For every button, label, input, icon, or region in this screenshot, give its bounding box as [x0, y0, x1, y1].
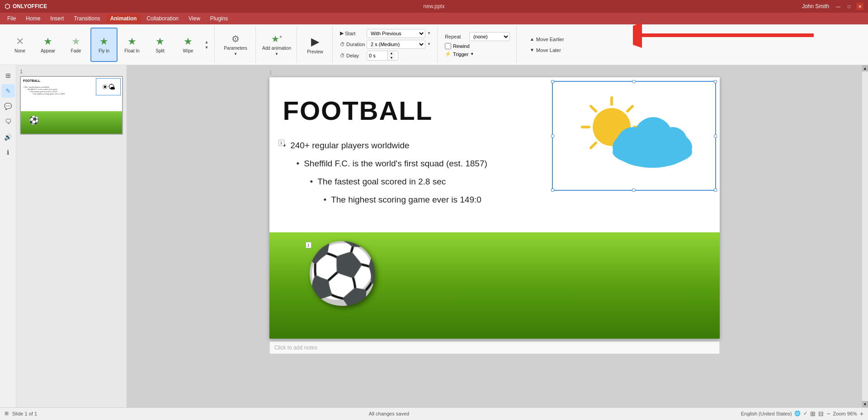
bullet-text-3: The fastest goal scored in 2.8 sec — [317, 177, 446, 187]
menu-home[interactable]: Home — [21, 14, 45, 23]
rewind-row: Rewind — [445, 43, 510, 49]
spin-down-button[interactable]: ▼ — [388, 56, 395, 60]
delay-input[interactable] — [367, 52, 387, 59]
menu-transitions[interactable]: Transitions — [69, 14, 104, 23]
sel-handle-mr[interactable] — [714, 134, 717, 137]
maximize-button[interactable]: □ — [845, 3, 853, 10]
sidebar-chat-icon[interactable]: 💬 — [1, 99, 15, 113]
view-normal-icon[interactable]: ⊞ — [810, 410, 816, 417]
slide-bullets: • 240+ regular players worldwide • Sheff… — [283, 141, 563, 213]
more-animations-button[interactable]: ▲ ▼ — [203, 40, 211, 50]
bullet-dot-2: • — [297, 159, 300, 169]
sel-handle-bm[interactable] — [632, 189, 636, 192]
anim-appear-button[interactable]: ★ Appear — [34, 28, 61, 62]
menu-plugins[interactable]: Plugins — [206, 14, 232, 23]
move-later-label: Move Later — [536, 47, 561, 53]
menu-collaboration[interactable]: Collaboration — [142, 14, 183, 23]
slide-nav-button[interactable]: ⊞ — [5, 411, 9, 416]
trigger-row: ⚡ Trigger ▼ — [445, 51, 510, 57]
preview-button[interactable]: ▶ Preview — [302, 28, 329, 62]
preview-group: ▶ Preview — [298, 26, 333, 63]
slide-container[interactable]: FOOTBALL • 240+ regular players worldwid… — [269, 77, 720, 339]
anim-wipe-button[interactable]: ★ Wipe — [175, 28, 202, 62]
trigger-icon: ⚡ — [445, 51, 451, 57]
anim-floatin-button[interactable]: ★ Float In — [118, 28, 146, 62]
sel-handle-tl[interactable] — [551, 80, 554, 83]
status-right: English (United States) 🌐 ✓ ⊞ ⊟ − Zoom 9… — [741, 410, 863, 417]
svg-line-4 — [591, 106, 596, 111]
add-animation-button[interactable]: ★+ Add animation ▼ — [260, 28, 293, 62]
add-animation-group: ★+ Add animation ▼ — [257, 26, 297, 63]
parameters-button[interactable]: ⚙ Parameters ▼ — [219, 28, 252, 62]
rewind-checkbox[interactable] — [445, 43, 451, 49]
sel-handle-tr[interactable] — [714, 80, 717, 83]
menu-view[interactable]: View — [184, 14, 205, 23]
flyin-icon: ★ — [99, 36, 108, 47]
sel-handle-br[interactable] — [714, 189, 717, 192]
start-row: ▶ Start With Previous ▼ — [340, 29, 431, 38]
sel-handle-tm[interactable] — [632, 80, 636, 83]
menu-file[interactable]: File — [3, 14, 20, 23]
file-title: new.pptx — [423, 3, 444, 9]
anim-split-button[interactable]: ★ Split — [146, 28, 174, 62]
start-dropdown-arrow: ▼ — [427, 31, 431, 35]
anim-fade-button[interactable]: ★ Fade — [62, 28, 90, 62]
parameters-dropdown-icon: ▼ — [234, 52, 237, 56]
language-icon[interactable]: 🌐 — [794, 411, 801, 416]
zoom-in-button[interactable]: + — [860, 410, 863, 417]
status-left: ⊞ Slide 1 of 1 — [5, 411, 37, 416]
minimize-button[interactable]: — — [835, 3, 842, 10]
main-area: ⊞ ✎ 💬 🗨 🔊 ℹ 1 FOOTBALL • 240+ regular pl… — [0, 65, 868, 407]
sidebar-edit-icon[interactable]: ✎ — [1, 84, 15, 98]
view-fit-icon[interactable]: ⊟ — [818, 410, 824, 417]
anim-controls: ▶ Start With Previous ▼ ⏱ Duration 2 s (… — [337, 28, 434, 61]
delay-spinbox[interactable]: ▲ ▼ — [367, 51, 398, 61]
parameters-group: ⚙ Parameters ▼ — [216, 26, 256, 63]
move-earlier-button[interactable]: ▲ Move Earlier — [526, 35, 568, 44]
move-later-button[interactable]: ▼ Move Later — [526, 46, 568, 55]
sidebar-comment-icon[interactable]: 🗨 — [1, 115, 15, 128]
scroll-track — [862, 71, 868, 401]
start-select[interactable]: With Previous — [367, 29, 425, 38]
scroll-down-button[interactable]: ▼ — [862, 401, 868, 407]
spin-up-button[interactable]: ▲ — [388, 51, 395, 56]
appear-icon: ★ — [43, 36, 52, 47]
bullet-text-4: The highest scoring game ever is 149:0 — [331, 195, 481, 205]
anim-flyin-button[interactable]: ★ Fly in — [90, 28, 118, 62]
sel-handle-bl[interactable] — [551, 189, 554, 192]
parameters-label: Parameters — [224, 46, 247, 51]
weather-image-box[interactable] — [552, 81, 716, 191]
close-button[interactable]: ✕ — [856, 3, 863, 10]
anim-badge-soccer: 1 — [306, 242, 311, 248]
move-earlier-icon: ▲ — [530, 37, 534, 42]
app-icon: ⬡ — [5, 3, 10, 10]
sidebar-slides-icon[interactable]: ⊞ — [1, 69, 15, 82]
menu-insert[interactable]: Insert — [46, 14, 68, 23]
slide-panel: 1 FOOTBALL • 240+ regular players worldw… — [16, 65, 127, 407]
sidebar-audio-icon[interactable]: 🔊 — [1, 130, 15, 144]
spell-check-icon[interactable]: ✓ — [803, 411, 807, 416]
anim-none-button[interactable]: ✕ None — [6, 28, 33, 62]
slide-thumbnail[interactable]: FOOTBALL • 240+ regular players worldwid… — [20, 76, 123, 135]
menu-animation[interactable]: Animation — [106, 14, 142, 23]
app-name-label: ONLYOFFICE — [13, 3, 47, 9]
svg-line-3 — [627, 106, 632, 111]
slide-canvas-area: 1 FOOTBALL • 240+ regular players worldw… — [127, 65, 862, 407]
sel-handle-ml[interactable] — [551, 134, 554, 137]
left-sidebar: ⊞ ✎ 💬 🗨 🔊 ℹ — [0, 65, 16, 407]
preview-label: Preview — [307, 49, 323, 54]
status-center: All changes saved — [42, 411, 736, 416]
anim-badge-1: 1 — [278, 140, 284, 146]
notes-bar[interactable]: Click to add notes — [269, 341, 720, 354]
right-panel-scrollbar[interactable]: ▲ ▼ — [862, 65, 868, 407]
floatin-icon: ★ — [127, 36, 137, 47]
zoom-out-button[interactable]: − — [826, 410, 830, 417]
repeat-select[interactable]: (none) — [469, 32, 510, 41]
none-icon: ✕ — [16, 36, 24, 47]
sidebar-info-icon[interactable]: ℹ — [1, 146, 15, 159]
gear-icon: ⚙ — [231, 33, 240, 44]
thumb-title: FOOTBALL — [23, 79, 40, 82]
scroll-up-button[interactable]: ▲ — [862, 65, 868, 71]
none-label: None — [14, 48, 25, 53]
duration-select[interactable]: 2 s (Medium) — [367, 40, 425, 49]
